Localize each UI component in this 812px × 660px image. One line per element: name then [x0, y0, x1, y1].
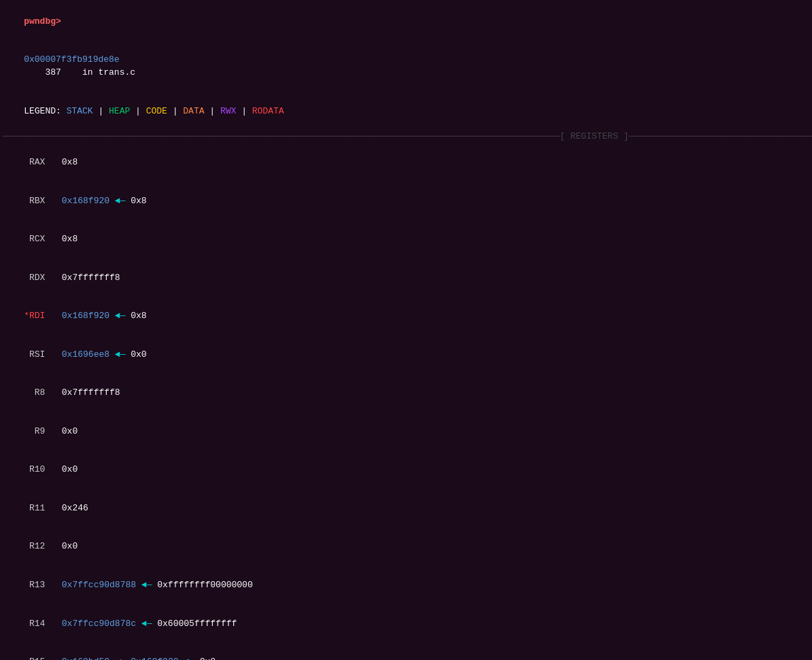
prompt-line: pwndbg>: [0, 3, 812, 41]
registers-divider: ────────────────────────────────────────…: [0, 131, 812, 143]
reg-rdx: RDX 0x7fffffff8: [0, 259, 812, 298]
reg-r12: R12 0x0: [0, 528, 812, 567]
reg-rax: RAX 0x8: [0, 143, 812, 182]
reg-rsi: RSI 0x1696ee8 ◄— 0x0: [0, 336, 812, 375]
reg-rcx: RCX 0x8: [0, 220, 812, 259]
reg-r15: R15 0x168bd50 —▶ 0x168f920 ◄— 0x8: [0, 643, 812, 660]
rip-addr: 0x00007f3fb919de8e: [24, 54, 119, 65]
reg-r9: R9 0x0: [0, 413, 812, 451]
reg-r14: R14 0x7ffcc90d878c ◄— 0x60005ffffffff: [0, 605, 812, 644]
reg-r10: R10 0x0: [0, 451, 812, 490]
header-info: 0x00007f3fb919de8e 387 in trans.c: [0, 41, 812, 92]
reg-rdi: *RDI 0x168f920 ◄— 0x8: [0, 297, 812, 336]
prompt-text: pwndbg>: [24, 16, 61, 27]
reg-r11: R11 0x246: [0, 489, 812, 528]
reg-r13: R13 0x7ffcc90d8788 ◄— 0xffffffff00000000: [0, 566, 812, 605]
reg-r8: R8 0x7fffffff8: [0, 374, 812, 413]
terminal-window: pwndbg> 0x00007f3fb919de8e 387 in trans.…: [0, 0, 812, 660]
legend-line: LEGEND: STACK | HEAP | CODE | DATA | RWX…: [0, 92, 812, 131]
reg-rbx: RBX 0x168f920 ◄— 0x8: [0, 182, 812, 221]
